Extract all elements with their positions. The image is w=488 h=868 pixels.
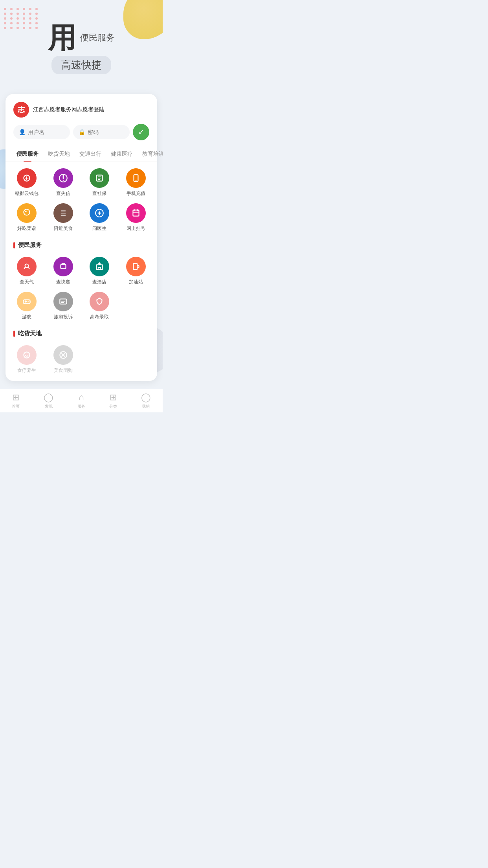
- service-item-recharge[interactable]: 手机充值: [118, 168, 154, 197]
- checkmark-icon: ✓: [138, 127, 145, 137]
- nav-service[interactable]: ⌂ 服务: [77, 392, 85, 409]
- service-grid-3: 食疗养生 美食团购: [6, 339, 157, 377]
- groupbuy-label: 美食团购: [54, 367, 73, 374]
- service-item-credit[interactable]: 查失信: [45, 168, 82, 197]
- express-label: 查快递: [56, 279, 70, 285]
- tab-health[interactable]: 健康医疗: [106, 147, 138, 162]
- nav-discover[interactable]: ◯ 发现: [44, 392, 53, 409]
- social-label: 查社保: [92, 190, 106, 197]
- service-item-recipe[interactable]: 好吃菜谱: [9, 203, 45, 232]
- service-item-hotel[interactable]: 查酒店: [81, 257, 118, 285]
- nav-category-label: 分类: [109, 404, 117, 409]
- home-icon: ⊞: [12, 392, 19, 403]
- nav-home-label: 首页: [12, 404, 20, 409]
- login-logo-text: 志: [18, 105, 25, 114]
- hero-tagline-wrap: 高速快捷: [12, 56, 151, 74]
- lock-icon: 🔒: [79, 129, 85, 135]
- password-input[interactable]: [88, 129, 124, 135]
- service-item-social[interactable]: 查社保: [81, 168, 118, 197]
- username-input[interactable]: [28, 129, 64, 135]
- gaokao-label: 高考录取: [90, 314, 109, 320]
- service-item-appointment[interactable]: 网上挂号: [118, 203, 154, 232]
- svg-point-6: [25, 264, 29, 268]
- credit-icon: [53, 168, 73, 188]
- appointment-icon: [126, 203, 146, 223]
- category-icon: ⊞: [110, 392, 117, 403]
- recipe-label: 好吃菜谱: [17, 225, 36, 232]
- service-item-weather[interactable]: 查天气: [9, 257, 45, 285]
- bottom-nav: ⊞ 首页 ◯ 发现 ⌂ 服务 ⊞ 分类 ◯ 我的: [0, 389, 163, 412]
- nav-category[interactable]: ⊞ 分类: [109, 392, 117, 409]
- tab-education[interactable]: 教育培训: [138, 147, 163, 162]
- game-label: 游戏: [22, 314, 31, 320]
- game-icon: [17, 292, 37, 311]
- service-item-gas[interactable]: 加油站: [118, 257, 154, 285]
- svg-rect-11: [60, 299, 66, 304]
- gaokao-icon: [90, 292, 109, 311]
- service-item-wallet[interactable]: 赣鄱云钱包: [9, 168, 45, 197]
- recipe-icon: [17, 203, 37, 223]
- doctor-icon: [90, 203, 109, 223]
- password-input-wrap: 🔒: [73, 125, 130, 139]
- username-input-wrap: 👤: [13, 125, 70, 139]
- login-logo: 志: [13, 102, 29, 118]
- section-bar-2: [13, 331, 15, 337]
- mine-icon: ◯: [141, 392, 151, 403]
- hero-title: 用 便民服务: [12, 24, 151, 52]
- service-grid-2: 查天气 查快递 查酒店 加油站 游戏: [6, 250, 157, 324]
- hero-subtitle: 便民服务: [80, 32, 115, 44]
- tab-chihuo[interactable]: 吃货天地: [43, 147, 75, 162]
- section-title-bimin: 便民服务: [18, 241, 42, 249]
- login-fields: 👤 🔒 ✓: [6, 124, 157, 147]
- diethealth-label: 食疗养生: [17, 367, 36, 374]
- wallet-icon: [17, 168, 37, 188]
- service-item-groupbuy[interactable]: 美食团购: [45, 345, 82, 374]
- social-icon: [90, 168, 109, 188]
- nav-discover-label: 发现: [45, 404, 53, 409]
- weather-icon: [17, 257, 37, 276]
- recharge-label: 手机充值: [127, 190, 145, 197]
- nearby-label: 附近美食: [54, 225, 73, 232]
- service-item-game[interactable]: 游戏: [9, 292, 45, 320]
- tab-traffic[interactable]: 交通出行: [75, 147, 106, 162]
- gas-icon: [126, 257, 146, 276]
- hero-tagline: 高速快捷: [51, 56, 111, 74]
- service-item-complaint[interactable]: 旅游投诉: [45, 292, 82, 320]
- section-biminservice: 便民服务: [6, 235, 157, 250]
- groupbuy-icon: [53, 345, 73, 365]
- wallet-label: 赣鄱云钱包: [15, 190, 39, 197]
- nav-mine-label: 我的: [142, 404, 150, 409]
- service-grid-1: 赣鄱云钱包 查失信 查社保 手机充值 好吃菜谱: [6, 162, 157, 235]
- tab-biminservice[interactable]: 便民服务: [12, 147, 43, 162]
- nav-home[interactable]: ⊞ 首页: [12, 392, 20, 409]
- svg-rect-3: [134, 175, 138, 181]
- main-card: 志 江西志愿者服务网志愿者登陆 👤 🔒 ✓ 便民服务 吃货天地 交通出行 健康医…: [6, 94, 157, 381]
- svg-rect-9: [133, 263, 137, 269]
- service-item-express[interactable]: 查快递: [45, 257, 82, 285]
- gas-label: 加油站: [129, 279, 143, 285]
- nav-service-label: 服务: [77, 404, 85, 409]
- service-item-doctor[interactable]: 问医生: [81, 203, 118, 232]
- hero-char: 用: [48, 24, 76, 52]
- section-bar: [13, 242, 15, 248]
- nav-mine[interactable]: ◯ 我的: [141, 392, 151, 409]
- user-icon: 👤: [19, 129, 26, 135]
- hero-section: 用 便民服务 高速快捷: [0, 0, 163, 86]
- discover-icon: ◯: [44, 392, 53, 403]
- svg-rect-7: [61, 265, 66, 269]
- tabs-bar: 便民服务 吃货天地 交通出行 健康医疗 教育培训: [6, 147, 157, 162]
- service-item-gaokao[interactable]: 高考录取: [81, 292, 118, 320]
- login-section: 志 江西志愿者服务网志愿者登陆: [6, 102, 157, 124]
- recharge-icon: [126, 168, 146, 188]
- service-item-diethealth[interactable]: 食疗养生: [9, 345, 45, 374]
- service-item-nearby[interactable]: 附近美食: [45, 203, 82, 232]
- service-icon: ⌂: [79, 392, 84, 403]
- nearby-icon: [53, 203, 73, 223]
- doctor-label: 问医生: [92, 225, 106, 232]
- complaint-icon: [53, 292, 73, 311]
- section-chihuo: 吃货天地: [6, 324, 157, 339]
- diethealth-icon: [17, 345, 37, 365]
- login-title: 江西志愿者服务网志愿者登陆: [33, 106, 105, 113]
- login-button[interactable]: ✓: [133, 124, 149, 140]
- section-title-chihuo: 吃货天地: [18, 330, 42, 337]
